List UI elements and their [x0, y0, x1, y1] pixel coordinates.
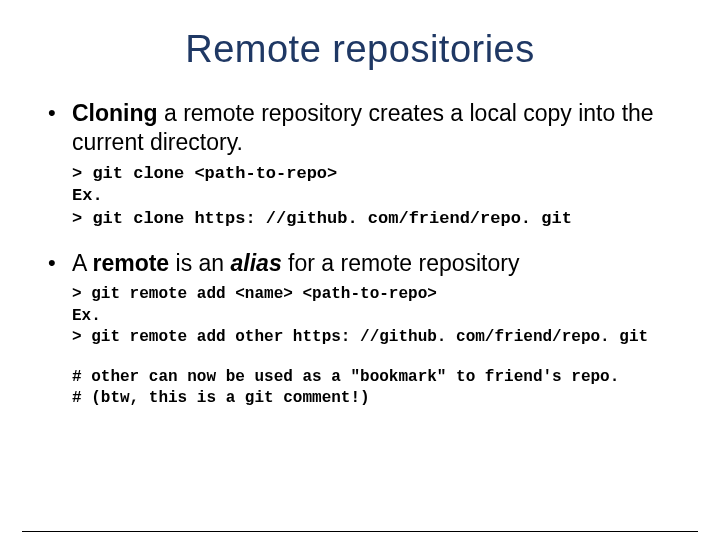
bullet-text: for a remote repository [282, 250, 520, 276]
slide-title: Remote repositories [0, 28, 720, 71]
code-block: > git clone <path-to-repo> Ex. > git clo… [72, 163, 676, 232]
bullet-text: A [72, 250, 92, 276]
bullet-text: a remote repository creates a local copy… [72, 100, 654, 155]
slide: Remote repositories Cloning a remote rep… [0, 28, 720, 540]
bullet-keyword: alias [231, 250, 282, 276]
bullet-keyword: remote [92, 250, 169, 276]
bullet-list: Cloning a remote repository creates a lo… [44, 99, 676, 157]
bullet-item: Cloning a remote repository creates a lo… [44, 99, 676, 157]
slide-content: Cloning a remote repository creates a lo… [0, 99, 720, 410]
footer-divider [22, 531, 698, 532]
bullet-text: is an [169, 250, 230, 276]
code-comment: # other can now be used as a "bookmark" … [72, 367, 676, 410]
bullet-keyword: Cloning [72, 100, 158, 126]
bullet-list: A remote is an alias for a remote reposi… [44, 249, 676, 278]
bullet-item: A remote is an alias for a remote reposi… [44, 249, 676, 278]
code-block: > git remote add <name> <path-to-repo> E… [72, 284, 676, 349]
